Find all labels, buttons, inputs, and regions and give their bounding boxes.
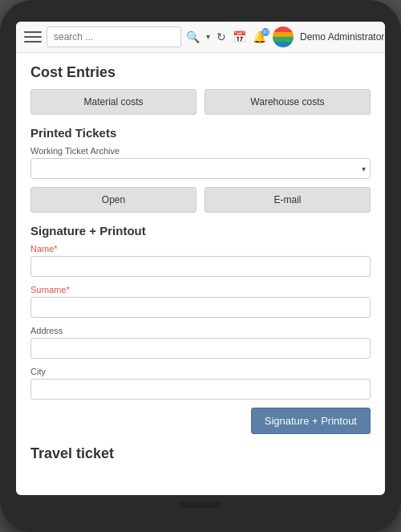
printed-tickets-title: Printed Tickets	[30, 126, 371, 140]
address-label: Address	[30, 326, 371, 335]
travel-ticket-title: Travel ticket	[30, 445, 371, 462]
topbar-icons: 🔍 ▾ ↻ 📅 🔔 30 Demo Administrator ▾	[186, 26, 385, 47]
search-input[interactable]	[47, 26, 181, 47]
calendar-icon[interactable]: 📅	[233, 31, 246, 43]
warehouse-costs-button[interactable]: Warehouse costs	[205, 89, 371, 115]
user-label[interactable]: Demo Administrator	[300, 31, 384, 43]
surname-label: Surname*	[30, 285, 371, 294]
email-button[interactable]: E-mail	[205, 187, 371, 213]
name-field-group: Name*	[30, 244, 371, 277]
archive-select-wrap: ▾	[30, 158, 371, 179]
hamburger-menu-icon[interactable]	[24, 28, 42, 46]
topbar: 🔍 ▾ ↻ 📅 🔔 30 Demo Administrator ▾	[16, 22, 385, 53]
chevron-down-icon[interactable]: ▾	[206, 33, 210, 41]
archive-select[interactable]	[30, 158, 371, 179]
material-costs-button[interactable]: Material costs	[30, 89, 196, 115]
signature-printout-title: Signature + Printout	[30, 224, 371, 238]
address-field-group: Address	[30, 326, 371, 359]
cost-entries-title: Cost Entries	[30, 64, 371, 81]
ticket-action-buttons: Open E-mail	[30, 187, 371, 213]
device-frame: 🔍 ▾ ↻ 📅 🔔 30 Demo Administrator ▾ Cost E…	[0, 0, 401, 532]
name-input[interactable]	[30, 256, 371, 277]
surname-input[interactable]	[30, 297, 371, 318]
search-icon[interactable]: 🔍	[186, 31, 200, 43]
open-button[interactable]: Open	[30, 187, 196, 213]
city-label: City	[30, 367, 371, 376]
address-input[interactable]	[30, 338, 371, 359]
cost-entries-buttons: Material costs Warehouse costs	[30, 89, 371, 115]
city-input[interactable]	[30, 379, 371, 400]
city-field-group: City	[30, 367, 371, 400]
screen: 🔍 ▾ ↻ 📅 🔔 30 Demo Administrator ▾ Cost E…	[16, 22, 385, 495]
archive-field-group: Working Ticket Archive ▾	[30, 146, 371, 179]
avatar-stripes	[273, 26, 294, 47]
notification-badge: 30	[261, 28, 269, 36]
name-label: Name*	[30, 244, 371, 254]
refresh-icon[interactable]: ↻	[217, 31, 226, 43]
signature-button-row: Signature + Printout	[30, 408, 371, 434]
surname-field-group: Surname*	[30, 285, 371, 318]
bell-icon[interactable]: 🔔 30	[253, 31, 266, 43]
home-indicator	[180, 502, 221, 508]
archive-label: Working Ticket Archive	[30, 146, 371, 156]
avatar[interactable]	[273, 26, 294, 47]
main-content: Cost Entries Material costs Warehouse co…	[16, 53, 385, 495]
signature-printout-button[interactable]: Signature + Printout	[251, 408, 371, 434]
